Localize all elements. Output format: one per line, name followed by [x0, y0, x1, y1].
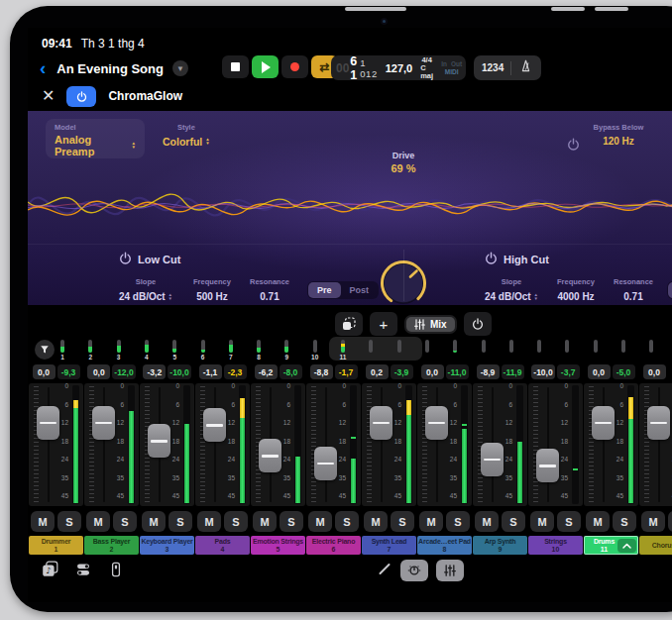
fader-handle[interactable]	[536, 449, 559, 482]
navigator-meter[interactable]	[313, 340, 317, 353]
high-cut-power-icon[interactable]	[485, 251, 498, 268]
browser-icon[interactable]: ♪	[42, 561, 58, 581]
stop-button[interactable]	[222, 55, 249, 78]
mute-button[interactable]: M	[475, 511, 499, 532]
fader-handle[interactable]	[259, 439, 281, 472]
track-name-tile[interactable]: Electric Piano 6	[306, 536, 361, 555]
fader-handle[interactable]	[592, 406, 615, 440]
navigator-meter[interactable]	[537, 340, 541, 353]
fader-handle[interactable]	[647, 406, 670, 440]
high-cut-frequency[interactable]: Frequency 4000 Hz	[548, 277, 604, 304]
solo-button[interactable]: S	[335, 511, 359, 532]
track-name-tile[interactable]: Drummer 1	[29, 536, 83, 555]
fader-handle[interactable]	[481, 443, 504, 476]
fader-db-value[interactable]: -8,8	[310, 364, 333, 379]
solo-button[interactable]: S	[557, 511, 581, 532]
navigator-meter[interactable]	[565, 340, 569, 353]
mute-button[interactable]: M	[586, 511, 610, 532]
low-cut-frequency[interactable]: Frequency 500 Hz	[186, 277, 238, 304]
track-name-tile[interactable]: Arp Synth 9	[473, 536, 527, 555]
mute-button[interactable]: M	[253, 511, 277, 532]
navigator-meter[interactable]	[117, 340, 121, 353]
mute-button[interactable]: M	[308, 511, 332, 532]
fader-db-value[interactable]: 0,2	[366, 364, 389, 379]
track-name-tile[interactable]: Pads 4	[195, 536, 250, 555]
peak-db-value[interactable]: -3,9	[391, 364, 413, 379]
bypass-power-icon[interactable]	[567, 137, 580, 155]
pencil-icon[interactable]	[377, 561, 392, 580]
collapse-chevron-icon[interactable]	[617, 539, 636, 553]
metronome-icon[interactable]	[518, 58, 533, 77]
post-button[interactable]: Post	[341, 282, 379, 298]
fader-db-value[interactable]: -10,0	[531, 364, 554, 379]
bypass-below-control[interactable]: Bypass Below 120 Hz	[585, 123, 652, 147]
navigator-meter[interactable]	[369, 340, 373, 353]
track-name-tile[interactable]: Bass Player 2	[84, 536, 139, 555]
navigator-meter[interactable]	[60, 340, 64, 353]
navigator-meter[interactable]	[621, 340, 625, 353]
mix-toggle[interactable]: Mix	[404, 315, 457, 334]
peak-db-value[interactable]: -11,0	[446, 364, 469, 379]
peak-db-value[interactable]: -2,3	[224, 364, 247, 379]
high-cut-slope[interactable]: Slope 24 dB/Oct▲▼	[481, 277, 542, 304]
mute-button[interactable]: M	[31, 511, 55, 532]
navigator-meter[interactable]	[145, 340, 149, 353]
close-icon[interactable]: ✕	[42, 89, 55, 103]
fader-db-value[interactable]: -1,1	[199, 364, 222, 379]
low-cut-power-icon[interactable]	[119, 251, 132, 268]
keyboard-icon[interactable]	[108, 562, 124, 581]
fader-db-value[interactable]: 0,0	[33, 364, 56, 379]
navigator-meter[interactable]	[341, 340, 345, 353]
peak-db-value[interactable]: -9,3	[57, 364, 80, 379]
fader-handle[interactable]	[370, 406, 392, 440]
mute-button[interactable]: M	[364, 511, 388, 532]
fader-db-value[interactable]: 0,0	[421, 364, 444, 379]
low-cut-resonance[interactable]: Resonance 0.71	[244, 277, 295, 304]
paste-settings-button[interactable]	[335, 312, 363, 336]
fader-db-value[interactable]: 0,0	[588, 364, 611, 379]
mute-button[interactable]: M	[641, 511, 665, 532]
style-selector[interactable]: Style Colorful▲▼	[163, 123, 210, 150]
song-menu-button[interactable]: ▼	[172, 60, 188, 76]
navigator-meter[interactable]	[594, 340, 598, 353]
fader-handle[interactable]	[37, 406, 59, 440]
navigator-meter[interactable]	[453, 340, 457, 353]
fader-handle[interactable]	[92, 406, 115, 440]
solo-button[interactable]: S	[113, 511, 137, 532]
back-chevron-icon[interactable]: ‹	[38, 58, 48, 78]
track-name-tile[interactable]: Strings 10	[528, 536, 583, 555]
track-name-tile[interactable]: Drums 11	[584, 536, 638, 555]
mute-button[interactable]: M	[86, 511, 110, 532]
peak-db-value[interactable]: -12,0	[112, 364, 135, 379]
mixer-power-button[interactable]	[464, 312, 492, 336]
peak-db-value[interactable]: -8,0	[280, 364, 302, 379]
peak-db-value[interactable]: -11,9	[502, 364, 524, 379]
navigator-meter[interactable]	[425, 340, 429, 353]
solo-button[interactable]: S	[224, 511, 248, 532]
navigator-meter[interactable]	[201, 340, 205, 353]
solo-button[interactable]: S	[391, 511, 414, 532]
pre-button[interactable]: Pre	[668, 282, 672, 298]
solo-button[interactable]: S	[446, 511, 470, 532]
fader-handle[interactable]	[314, 447, 337, 480]
plugin-power-button[interactable]	[66, 86, 96, 107]
navigator-meter[interactable]	[397, 340, 401, 353]
fader-handle[interactable]	[425, 406, 448, 440]
peak-db-value[interactable]: -5,0	[613, 364, 635, 379]
fader-handle[interactable]	[203, 408, 226, 442]
low-cut-slope[interactable]: Slope 24 dB/Oct▲▼	[115, 277, 176, 304]
mute-button[interactable]: M	[142, 511, 166, 532]
peak-db-value[interactable]: -1,7	[335, 364, 358, 379]
solo-button[interactable]: S	[280, 511, 303, 532]
solo-button[interactable]: S	[168, 511, 192, 532]
fader-db-value[interactable]: -8,9	[477, 364, 500, 379]
track-name-tile[interactable]: Chorus V	[639, 536, 672, 555]
track-name-tile[interactable]: Synth Lead 7	[362, 536, 416, 555]
navigator-meter[interactable]	[88, 340, 92, 353]
mute-button[interactable]: M	[530, 511, 554, 532]
solo-button[interactable]: S	[502, 511, 525, 532]
track-name-tile[interactable]: Emotion Strings 5	[251, 536, 305, 555]
count-in-button[interactable]: 1234	[482, 62, 504, 73]
fader-db-value[interactable]: 0,0	[643, 364, 666, 379]
fader-db-value[interactable]: -3,2	[143, 364, 166, 379]
